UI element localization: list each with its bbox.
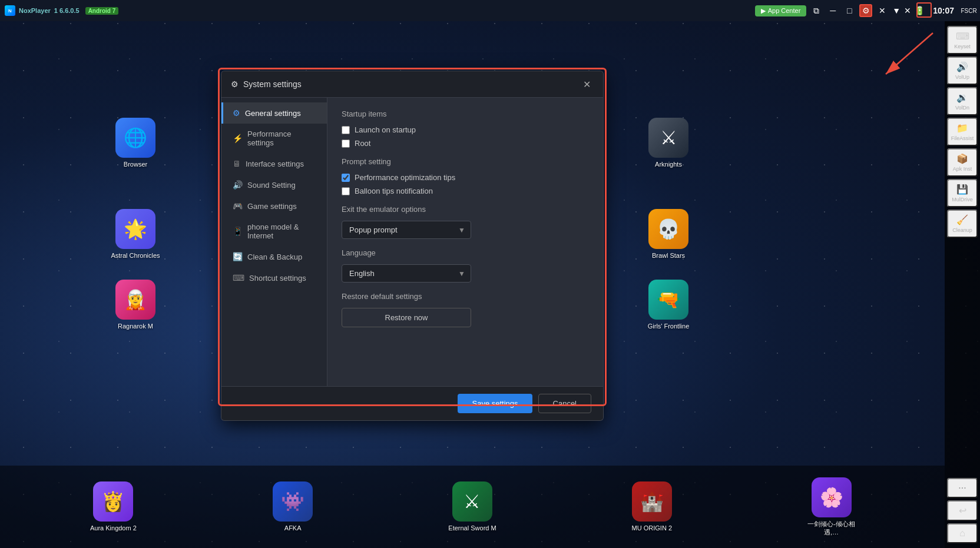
exit-options-select[interactable]: Popup prompt Direct exit Minimize to tra… — [342, 221, 471, 239]
dialog-close-button[interactable]: ✕ — [580, 77, 594, 91]
sidebar-item-game[interactable]: 🎮 Game settings — [221, 195, 327, 217]
perf-tips-checkbox[interactable] — [342, 174, 350, 182]
dialog-body: ⚙ General settings ⚡ Performance setting… — [221, 98, 603, 386]
performance-icon: ⚡ — [233, 134, 243, 143]
topbar-right: ▶ App Center ⧉ ─ □ ⚙ ✕ ▼ ✕ 🔋 10:07 FSCR — [755, 4, 975, 17]
topbar-minimize-button[interactable]: ─ — [826, 4, 839, 17]
rt-apkinst-button[interactable]: 📦 Apk Inst — [947, 148, 978, 177]
topbar-copy-button[interactable]: ⧉ — [810, 4, 823, 17]
exit-section-title: Exit the emulator options — [342, 205, 589, 214]
perf-tips-label[interactable]: Performance optimization tips — [355, 173, 455, 182]
eternal-icon: ⚔ — [452, 481, 492, 522]
nox-icon: N — [5, 5, 15, 16]
bottom-icon-mu[interactable]: 🏰 MU ORIGIN 2 — [625, 481, 678, 532]
desktop-icon-astral[interactable]: 🌟 Astral Chronicles — [109, 209, 162, 260]
restore-section-title: Restore default settings — [342, 292, 589, 301]
bottom-icon-eternal[interactable]: ⚔ Eternal Sword M — [446, 481, 499, 532]
exit-dropdown-wrap: Popup prompt Direct exit Minimize to tra… — [342, 221, 589, 239]
launch-on-startup-label[interactable]: Launch on startup — [355, 125, 416, 134]
sidebar-item-sound[interactable]: 🔊 Sound Setting — [221, 174, 327, 195]
ragnarok-label: Ragnarok M — [118, 322, 153, 330]
app-center-icon: ▶ — [761, 7, 766, 15]
root-label[interactable]: Root — [355, 139, 370, 148]
brawl-label: Brawl Stars — [652, 251, 685, 260]
balloon-tips-checkbox[interactable] — [342, 187, 350, 195]
desktop-icon-girls[interactable]: 🔫 Girls' Frontline — [642, 280, 695, 330]
sidebar-item-general[interactable]: ⚙ General settings — [221, 102, 327, 124]
rt-voldn-button[interactable]: 🔉 VolDn — [947, 87, 978, 115]
volup-icon: 🔊 — [956, 61, 968, 72]
dialog-title: ⚙ System settings — [231, 79, 302, 89]
game-icon: 🎮 — [233, 201, 243, 211]
aura-label: Aura Kingdom 2 — [90, 524, 137, 532]
fullscreen-button[interactable]: FSCR — [962, 4, 975, 17]
topbar-restore-button[interactable]: □ — [843, 4, 856, 17]
desktop-icon-arknights[interactable]: ⚔ Arknights — [642, 118, 695, 168]
rt-home-button[interactable]: ⌂ — [947, 523, 978, 543]
app-logo: N NoxPlayer 1 6.6.0.5 Android 7 — [5, 5, 118, 16]
voldn-icon: 🔉 — [956, 92, 968, 103]
sidebar-item-phone[interactable]: 📱 phone model & Internet — [221, 217, 327, 246]
wifi-icon: ▼ — [892, 6, 900, 15]
bottom-icon-aura[interactable]: 👸 Aura Kingdom 2 — [87, 481, 140, 532]
sidebar-item-performance[interactable]: ⚡ Performance settings — [221, 124, 327, 153]
dialog-content: Startup items Launch on startup Root Pro… — [327, 98, 603, 386]
sidebar-item-shortcut[interactable]: ⌨ Shortcut settings — [221, 267, 327, 288]
dialog-title-text: System settings — [243, 79, 302, 89]
launch-on-startup-checkbox[interactable] — [342, 126, 350, 134]
sidebar-item-interface[interactable]: 🖥 Interface settings — [221, 153, 327, 174]
balloon-tips-label[interactable]: Balloon tips notification — [355, 187, 433, 195]
keyset-icon: ⌨ — [956, 31, 969, 42]
app-version: 1 6.6.0.5 — [54, 7, 80, 14]
topbar: N NoxPlayer 1 6.6.0.5 Android 7 ▶ App Ce… — [0, 0, 980, 21]
cleanup-label: Cleanup — [952, 227, 972, 233]
language-select[interactable]: English 中文 日本語 한국어 — [342, 264, 471, 283]
afka-icon: 👾 — [273, 481, 313, 522]
topbar-close-button[interactable]: ✕ — [876, 4, 889, 17]
rt-more-button[interactable]: ··· — [947, 478, 978, 498]
cancel-button[interactable]: Cancel — [538, 394, 591, 413]
general-icon: ⚙ — [233, 108, 240, 118]
rt-keyset-button[interactable]: ⌨ Keyset — [947, 26, 978, 54]
language-section-title: Language — [342, 248, 589, 257]
bottom-icon-yijian[interactable]: 🌸 一剑倾心-倾心相遇,… — [805, 477, 858, 537]
dialog-footer: Save settings Cancel — [221, 386, 603, 420]
phone-icon: 📱 — [233, 227, 243, 236]
rt-back-button[interactable]: ↩ — [947, 500, 978, 521]
cleanup-icon: 🧹 — [956, 214, 968, 225]
rt-cleanup-button[interactable]: 🧹 Cleanup — [947, 210, 978, 238]
desktop-icon-ragnarok[interactable]: 🧝 Ragnarok M — [109, 280, 162, 330]
girls-icon: 🔫 — [648, 280, 688, 320]
app-center-button[interactable]: ▶ App Center — [755, 5, 807, 16]
app-center-label: App Center — [768, 7, 801, 14]
rt-volup-button[interactable]: 🔊 VolUp — [947, 57, 978, 85]
brawl-icon: 💀 — [648, 209, 688, 249]
dialog-sidebar: ⚙ General settings ⚡ Performance setting… — [221, 98, 327, 386]
desktop-icon-brawl[interactable]: 💀 Brawl Stars — [642, 209, 695, 260]
topbar-settings-button[interactable]: ⚙ — [859, 4, 872, 17]
shortcut-icon: ⌨ — [233, 273, 244, 283]
browser-icon: 🌐 — [115, 118, 155, 158]
rt-fileassist-button[interactable]: 📁 FileAssist — [947, 118, 978, 146]
dialog-titlebar: ⚙ System settings ✕ — [221, 71, 603, 98]
restore-now-button[interactable]: Restore now — [342, 308, 471, 327]
general-label: General settings — [245, 109, 301, 118]
root-checkbox[interactable] — [342, 140, 350, 148]
startup-section-title: Startup items — [342, 109, 589, 118]
yijian-label: 一剑倾心-倾心相遇,… — [805, 520, 858, 537]
right-toolbar: ⌨ Keyset 🔊 VolUp 🔉 VolDn 📁 FileAssist 📦 … — [945, 21, 980, 548]
bottom-icon-afka[interactable]: 👾 AFKA — [266, 481, 319, 532]
desktop-icon-browser[interactable]: 🌐 Browser — [109, 118, 162, 168]
interface-icon: 🖥 — [233, 159, 241, 168]
prompt-section-title: Prompt setting — [342, 157, 589, 166]
volup-label: VolUp — [955, 74, 969, 80]
sidebar-item-backup[interactable]: 🔄 Clean & Backup — [221, 246, 327, 267]
clock: 10:07 — [933, 6, 954, 15]
save-settings-button[interactable]: Save settings — [458, 394, 532, 413]
phone-label: phone model & Internet — [247, 222, 317, 240]
backup-icon: 🔄 — [233, 252, 243, 261]
more-icon: ··· — [958, 483, 966, 493]
rt-muldrive-button[interactable]: 💾 MulDrive — [947, 179, 978, 207]
yijian-icon: 🌸 — [812, 477, 852, 517]
eternal-label: Eternal Sword M — [448, 524, 496, 532]
